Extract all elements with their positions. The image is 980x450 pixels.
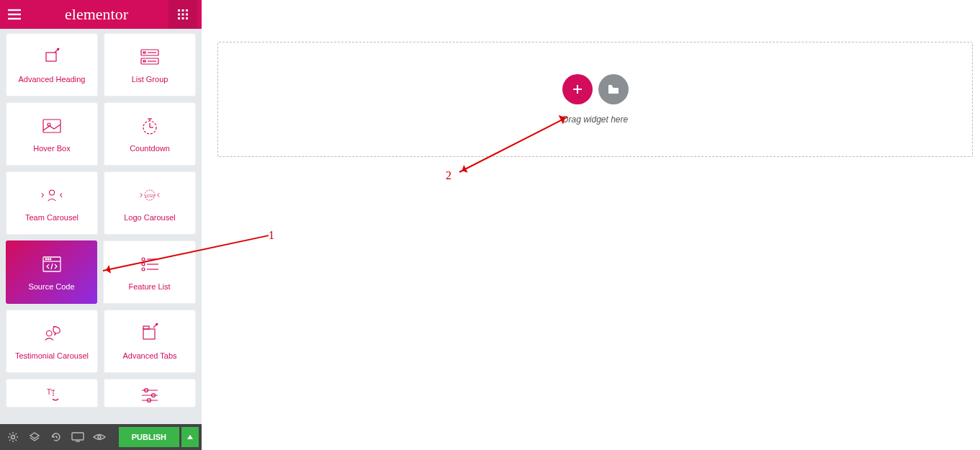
menu-icon[interactable] <box>4 4 24 24</box>
sidebar-header: elementor <box>0 0 202 29</box>
add-section-button[interactable] <box>562 74 593 104</box>
svg-point-55 <box>98 436 101 438</box>
svg-line-52 <box>56 437 58 438</box>
widget-label: Advanced Tabs <box>120 351 179 360</box>
svg-rect-11 <box>186 17 188 19</box>
team-carousel-icon <box>41 184 63 206</box>
svg-rect-6 <box>178 14 180 16</box>
widget-feature-list[interactable]: Feature List <box>103 240 196 304</box>
settings-icon[interactable] <box>3 427 23 447</box>
testimonial-carousel-icon <box>41 323 63 344</box>
widget-countdown[interactable]: Countdown <box>104 102 196 166</box>
countdown-icon <box>139 115 161 137</box>
widget-hover-box[interactable]: Hover Box <box>6 102 98 166</box>
svg-rect-3 <box>178 9 180 12</box>
template-library-button[interactable] <box>598 74 629 104</box>
navigator-icon[interactable] <box>24 427 45 447</box>
widget-source-code[interactable]: Source Code <box>6 240 97 304</box>
svg-rect-8 <box>186 14 188 16</box>
svg-rect-7 <box>182 14 184 16</box>
svg-text:LOGO: LOGO <box>145 194 155 198</box>
sliders-icon <box>139 384 161 405</box>
logo-carousel-icon: LOGO <box>139 184 161 206</box>
svg-point-36 <box>142 263 145 266</box>
widget-label: Source Code <box>25 282 77 291</box>
widgets-panel[interactable]: Advanced Heading List Group Hover Box <box>0 29 202 424</box>
svg-point-33 <box>50 258 51 260</box>
elementor-logo: elementor <box>65 5 128 24</box>
widget-advanced-tabs[interactable]: Advanced Tabs <box>104 310 196 373</box>
advanced-tabs-icon <box>139 323 161 344</box>
widget-label: Hover Box <box>30 144 73 153</box>
hover-box-icon <box>41 115 63 137</box>
svg-point-38 <box>142 268 145 271</box>
widget-list-group[interactable]: List Group <box>104 33 196 96</box>
svg-point-40 <box>47 330 53 336</box>
svg-rect-10 <box>182 17 184 19</box>
drop-zone-actions <box>562 74 629 104</box>
svg-point-31 <box>45 258 47 260</box>
widget-advanced-heading[interactable]: Advanced Heading <box>6 33 98 96</box>
widget-label: Feature List <box>125 282 173 291</box>
svg-rect-42 <box>143 326 149 329</box>
svg-text:T: T <box>47 388 51 396</box>
source-code-icon <box>41 253 63 275</box>
responsive-icon[interactable] <box>68 427 88 447</box>
svg-rect-17 <box>143 60 145 62</box>
widget-label: Advanced Heading <box>16 75 89 84</box>
widget-label: Testimonial Carousel <box>12 351 91 360</box>
svg-point-50 <box>12 436 15 439</box>
editor-canvas: Drag widget here <box>202 0 980 450</box>
svg-rect-12 <box>46 53 56 61</box>
elementor-sidebar: elementor Advanced Heading List Group <box>0 0 202 450</box>
publish-dropdown[interactable] <box>181 427 199 447</box>
widget-partial-2[interactable] <box>104 379 196 408</box>
advanced-heading-icon <box>41 46 63 68</box>
widget-label: List Group <box>129 75 171 84</box>
svg-point-26 <box>49 190 54 195</box>
widget-label: Logo Carousel <box>121 213 179 222</box>
svg-rect-41 <box>143 329 155 339</box>
widget-label: Team Carousel <box>22 213 81 222</box>
svg-rect-53 <box>72 433 84 440</box>
feature-list-icon <box>139 253 161 275</box>
history-icon[interactable] <box>46 427 66 447</box>
widget-team-carousel[interactable]: Team Carousel <box>6 171 98 235</box>
svg-rect-5 <box>186 9 188 12</box>
drop-zone[interactable]: Drag widget here <box>217 42 973 157</box>
widget-testimonial-carousel[interactable]: Testimonial Carousel <box>6 310 98 373</box>
widget-partial-1[interactable]: T <box>6 379 98 408</box>
svg-point-32 <box>48 258 49 260</box>
svg-rect-4 <box>182 9 184 12</box>
svg-point-20 <box>48 123 50 126</box>
svg-rect-15 <box>143 52 145 53</box>
drop-zone-hint: Drag widget here <box>562 114 628 125</box>
widget-logo-carousel[interactable]: LOGO Logo Carousel <box>104 171 196 235</box>
widgets-grid-icon[interactable] <box>168 0 197 29</box>
sidebar-footer: PUBLISH <box>0 424 202 450</box>
text-path-icon: T <box>41 384 63 405</box>
publish-button[interactable]: PUBLISH <box>119 427 179 447</box>
preview-icon[interactable] <box>89 427 109 447</box>
widget-label: Countdown <box>127 144 173 153</box>
svg-rect-9 <box>178 17 180 19</box>
svg-point-34 <box>142 258 145 261</box>
list-group-icon <box>139 46 161 68</box>
